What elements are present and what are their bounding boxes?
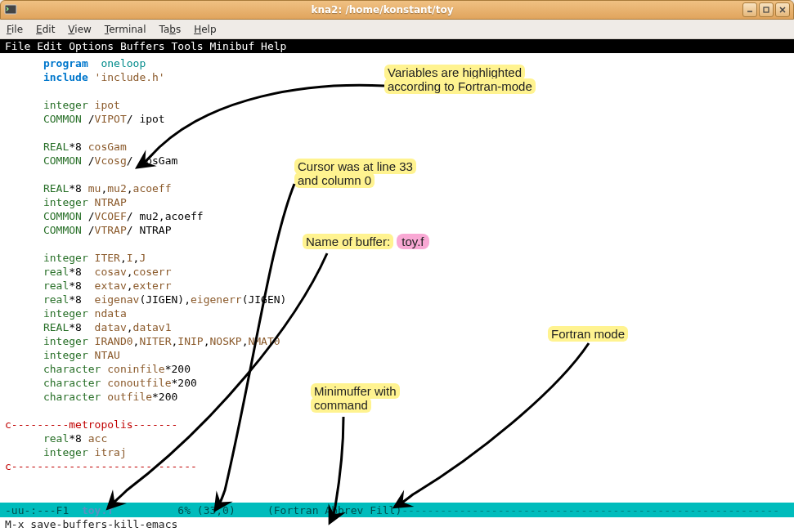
window-title: kna2: /home/konstant/toy xyxy=(22,4,742,16)
terminal-icon xyxy=(4,3,17,16)
emacs-minibuffer[interactable]: M-x save-buffers-kill-emacs xyxy=(0,517,794,532)
emacs-modeline[interactable]: -uu-:---F1 toy.f 6% (33,0) (Fortran Abbr… xyxy=(0,503,794,517)
window-controls xyxy=(742,2,790,17)
minimize-button[interactable] xyxy=(742,2,757,17)
maximize-button[interactable] xyxy=(759,2,774,17)
modeline-position: 6% (33,0) (Fortran Abbrev Fill) xyxy=(114,504,401,516)
menu-view[interactable]: View xyxy=(68,24,91,35)
svg-rect-2 xyxy=(764,7,769,12)
menu-tabs[interactable]: Tabs xyxy=(159,24,182,35)
menu-file[interactable]: File xyxy=(7,24,23,35)
window-titlebar: kna2: /home/konstant/toy xyxy=(0,0,794,20)
modeline-dashes: ----------------------------------------… xyxy=(401,504,779,516)
menu-help[interactable]: Help xyxy=(194,24,216,35)
terminal-menubar: File Edit View Terminal Tabs Help xyxy=(0,20,794,39)
emacs-menubar[interactable]: File Edit Options Buffers Tools Minibuf … xyxy=(0,39,794,53)
close-button[interactable] xyxy=(775,2,790,17)
menu-edit[interactable]: Edit xyxy=(36,24,55,35)
modeline-buffer-name: toy.f xyxy=(82,504,114,516)
modeline-left: -uu-:---F1 xyxy=(5,504,82,516)
editor-area[interactable]: program oneloop include 'include.h' inte… xyxy=(0,53,794,503)
code-content: program oneloop include 'include.h' inte… xyxy=(5,56,789,473)
svg-rect-0 xyxy=(5,5,16,14)
menu-terminal[interactable]: Terminal xyxy=(105,24,146,35)
